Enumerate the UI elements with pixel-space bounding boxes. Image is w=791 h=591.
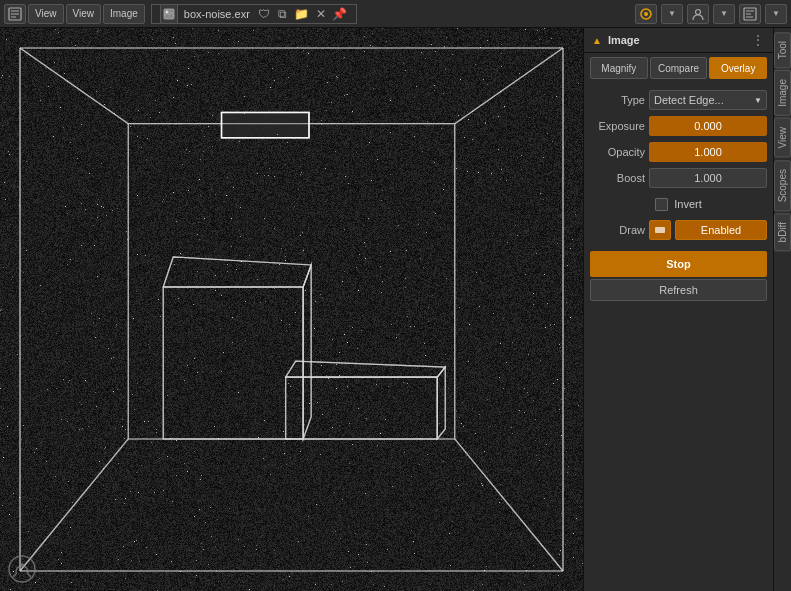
image-canvas — [0, 28, 583, 591]
exposure-label: Exposure — [590, 120, 645, 132]
svg-point-7 — [9, 556, 35, 582]
image-type-icon[interactable] — [160, 4, 178, 24]
top-bar-right: ▼ ▼ ▼ — [635, 4, 787, 24]
panel-header: ▲ Image ⋮ — [584, 28, 773, 53]
image-viewport[interactable] — [0, 28, 583, 591]
pin-icon[interactable]: 📌 — [332, 6, 348, 22]
side-tabs: Tool Image View Scopes bDiff — [773, 28, 791, 591]
image-menu-button[interactable]: Image — [103, 4, 145, 24]
chevron-down-icon[interactable]: ▼ — [661, 4, 683, 24]
side-tab-bdiff[interactable]: bDiff — [774, 213, 791, 251]
type-label: Type — [590, 94, 645, 106]
opacity-row: Opacity 1.000 — [590, 141, 767, 163]
invert-row: Invert — [590, 193, 767, 215]
right-panel: ▲ Image ⋮ Magnify Compare Overlay Type D… — [583, 28, 773, 591]
render-icon-box[interactable] — [635, 4, 657, 24]
editor-type-button[interactable] — [4, 4, 26, 24]
side-tab-tool[interactable]: Tool — [774, 32, 791, 68]
exposure-value[interactable]: 0.000 — [649, 116, 767, 136]
side-tab-scopes[interactable]: Scopes — [774, 160, 791, 211]
view2-menu-label: View — [73, 8, 95, 19]
side-tab-view[interactable]: View — [774, 118, 791, 158]
top-bar-left: View View Image box-noise.exr 🛡 ⧉ 📁 ✕ — [4, 4, 635, 24]
invert-label: Invert — [674, 198, 702, 210]
chevron-down2-icon[interactable]: ▼ — [713, 4, 735, 24]
type-row: Type Detect Edge... ▼ — [590, 89, 767, 111]
blender-logo — [8, 555, 36, 583]
top-bar: View View Image box-noise.exr 🛡 ⧉ 📁 ✕ — [0, 0, 791, 28]
opacity-value[interactable]: 1.000 — [649, 142, 767, 162]
draw-icon[interactable] — [649, 220, 671, 240]
filename-text: box-noise.exr — [184, 8, 250, 20]
panel-tabs: Magnify Compare Overlay — [584, 53, 773, 83]
boost-row: Boost 1.000 — [590, 167, 767, 189]
chevron-down3-icon[interactable]: ▼ — [765, 4, 787, 24]
copy-icon[interactable]: ⧉ — [275, 6, 291, 22]
panel-title: Image — [608, 34, 640, 46]
filename-icons: 🛡 ⧉ 📁 ✕ 📌 — [256, 6, 348, 22]
boost-value[interactable]: 1.000 — [649, 168, 767, 188]
opacity-label: Opacity — [590, 146, 645, 158]
main-area: ▲ Image ⋮ Magnify Compare Overlay Type D… — [0, 28, 791, 591]
user-icon-box[interactable] — [687, 4, 709, 24]
view-menu-button[interactable]: View — [28, 4, 64, 24]
tab-compare[interactable]: Compare — [650, 57, 708, 79]
stop-button[interactable]: Stop — [590, 251, 767, 277]
image-menu-label: Image — [110, 8, 138, 19]
panel-content: Type Detect Edge... ▼ Exposure 0.000 Opa… — [584, 83, 773, 247]
svg-point-5 — [696, 9, 701, 14]
view-menu-label: View — [35, 8, 57, 19]
panel-options-icon[interactable]: ⋮ — [751, 32, 765, 48]
draw-row: Draw Enabled — [590, 219, 767, 241]
tab-magnify[interactable]: Magnify — [590, 57, 648, 79]
type-dropdown[interactable]: Detect Edge... ▼ — [649, 90, 767, 110]
draw-label: Draw — [590, 224, 645, 236]
svg-rect-9 — [655, 227, 665, 233]
view2-menu-button[interactable]: View — [66, 4, 102, 24]
dropdown-chevron: ▼ — [754, 96, 762, 105]
enabled-button[interactable]: Enabled — [675, 220, 767, 240]
boost-label: Boost — [590, 172, 645, 184]
refresh-button[interactable]: Refresh — [590, 279, 767, 301]
settings-icon-box[interactable] — [739, 4, 761, 24]
folder-icon[interactable]: 📁 — [294, 6, 310, 22]
exposure-row: Exposure 0.000 — [590, 115, 767, 137]
svg-point-4 — [644, 12, 648, 16]
svg-point-8 — [20, 563, 24, 567]
side-tab-image[interactable]: Image — [774, 70, 791, 116]
shield-icon[interactable]: 🛡 — [256, 6, 272, 22]
panel-triangle-icon: ▲ — [592, 35, 602, 46]
tab-overlay[interactable]: Overlay — [709, 57, 767, 79]
close-icon[interactable]: ✕ — [313, 6, 329, 22]
invert-checkbox[interactable] — [655, 198, 668, 211]
filename-area: box-noise.exr 🛡 ⧉ 📁 ✕ 📌 — [151, 4, 357, 24]
